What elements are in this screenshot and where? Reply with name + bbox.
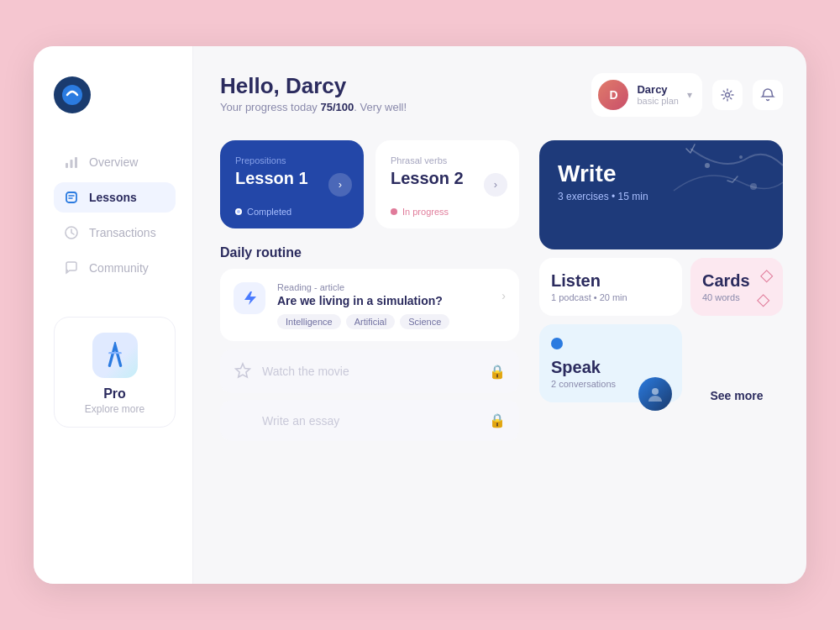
user-name-block: Darcy basic plan: [637, 83, 679, 108]
article-icon-wrap: [234, 282, 265, 314]
main-content: Hello, Darcy Your progress today 75/100.…: [193, 46, 806, 584]
locked-card-essay: Write an essay 🔒: [220, 400, 519, 441]
sidebar-item-label: Lessons: [89, 191, 137, 204]
lesson-card-1[interactable]: Prepositions Lesson 1 Completed ›: [220, 140, 364, 228]
svg-rect-2: [71, 160, 73, 168]
sidebar-item-overview[interactable]: Overview: [54, 147, 176, 177]
left-panel: Prepositions Lesson 1 Completed › Phrasa…: [220, 140, 519, 441]
article-type: Reading - article: [277, 282, 490, 292]
lesson1-type: Prepositions: [235, 155, 350, 165]
sidebar-item-community[interactable]: Community: [54, 253, 176, 283]
app-container: Overview Lessons: [34, 46, 806, 584]
locked-label-essay: Write an essay: [262, 414, 489, 428]
listen-sub: 1 podcast • 20 min: [551, 292, 670, 302]
bell-icon: [760, 87, 775, 102]
pro-card[interactable]: Pro Explore more: [54, 317, 176, 428]
lightning-icon: [241, 290, 258, 307]
notifications-button[interactable]: [753, 80, 783, 110]
status-dot-progress: [391, 208, 397, 215]
svg-rect-3: [75, 157, 77, 168]
chat-icon: [64, 260, 79, 276]
user-info-button[interactable]: D Darcy basic plan ▾: [591, 73, 702, 117]
pro-sub: Explore more: [85, 403, 144, 415]
avatar: D: [598, 80, 628, 110]
page-header: Hello, Darcy Your progress today 75/100.…: [220, 73, 783, 117]
right-panel: Write 3 exercises • 15 min: [539, 140, 783, 441]
svg-rect-1: [66, 163, 68, 168]
article-content: Reading - article Are we living in a sim…: [277, 282, 490, 329]
sidebar-item-lessons[interactable]: Lessons: [54, 182, 176, 213]
lessons-row: Prepositions Lesson 1 Completed › Phrasa…: [220, 140, 519, 228]
svg-rect-4: [66, 192, 76, 202]
sidebar-item-label: Community: [89, 261, 149, 275]
pro-illustration: [92, 333, 138, 378]
tag-science: Science: [400, 314, 449, 329]
daily-routine-section: Daily routine Reading - article Are we l…: [220, 245, 519, 441]
article-card[interactable]: Reading - article Are we living in a sim…: [220, 269, 519, 341]
lesson1-status: Completed: [235, 207, 350, 217]
user-plan: basic plan: [637, 96, 679, 107]
user-name: Darcy: [637, 83, 679, 97]
locked-card-movie: Watch the movie 🔒: [220, 349, 519, 393]
receipt-icon: [64, 225, 79, 240]
greeting-block: Hello, Darcy Your progress today 75/100.…: [220, 73, 407, 113]
svg-point-0: [62, 85, 82, 105]
content-area: Prepositions Lesson 1 Completed › Phrasa…: [220, 140, 783, 441]
cards-card[interactable]: ◇ Cards 40 words ◇: [690, 258, 783, 316]
tag-intelligence: Intelligence: [277, 314, 341, 329]
lesson2-arrow: ›: [484, 173, 507, 197]
lesson2-status: In progress: [391, 207, 506, 217]
status-dot-completed: [235, 208, 242, 215]
sidebar: Overview Lessons: [34, 46, 193, 584]
sidebar-item-label: Overview: [89, 155, 138, 169]
write-card[interactable]: Write 3 exercises • 15 min: [539, 140, 783, 249]
see-more-label: See more: [710, 389, 763, 402]
gear-icon: [720, 87, 735, 102]
speak-avatar: [638, 377, 672, 411]
lesson1-arrow: ›: [328, 173, 352, 197]
header-actions: D Darcy basic plan ▾: [591, 73, 783, 117]
lesson2-type: Phrasal verbs: [391, 155, 506, 165]
article-title: Are we living in a simulation?: [277, 294, 490, 307]
speak-dot: [551, 338, 563, 349]
speak-title: Speak: [551, 358, 670, 377]
daily-routine-title: Daily routine: [220, 245, 519, 260]
app-logo: [54, 76, 91, 113]
svg-point-9: [739, 155, 743, 159]
write-title: Write: [558, 160, 766, 187]
lock-icon-essay: 🔒: [489, 412, 506, 428]
tag-artificial: Artificial: [346, 314, 396, 329]
settings-button[interactable]: [712, 80, 743, 110]
listen-card[interactable]: Listen 1 podcast • 20 min: [539, 258, 682, 316]
book-icon: [64, 190, 79, 205]
svg-point-10: [652, 388, 659, 395]
pro-label: Pro: [103, 386, 126, 402]
write-sub: 3 exercises • 15 min: [558, 191, 766, 202]
diamond-top-icon: ◇: [760, 265, 773, 285]
chevron-down-icon: ▾: [687, 89, 692, 101]
progress-text: Your progress today 75/100. Very well!: [220, 101, 407, 113]
page-title: Hello, Darcy: [220, 73, 407, 99]
sidebar-item-transactions[interactable]: Transactions: [54, 218, 176, 248]
diamond-bottom-icon: ◇: [757, 289, 769, 309]
lock-icon-movie: 🔒: [489, 364, 506, 380]
bar-chart-icon: [64, 155, 79, 170]
listen-title: Listen: [551, 271, 670, 291]
sidebar-item-label: Transactions: [89, 226, 156, 239]
sidebar-nav: Overview Lessons: [54, 147, 176, 283]
svg-point-6: [726, 93, 730, 97]
locked-label-movie: Watch the movie: [262, 365, 489, 378]
lesson-card-2[interactable]: Phrasal verbs Lesson 2 In progress ›: [375, 140, 519, 228]
speak-row: Speak 2 conversations See more: [539, 324, 783, 402]
speak-card[interactable]: Speak 2 conversations: [539, 324, 682, 402]
article-arrow: ›: [501, 289, 506, 302]
see-more-button[interactable]: See more: [690, 389, 783, 402]
small-cards-row: Listen 1 podcast • 20 min ◇ Cards 40 wor…: [539, 258, 783, 316]
article-tags: Intelligence Artificial Science: [277, 314, 490, 329]
star-icon: [234, 362, 252, 381]
